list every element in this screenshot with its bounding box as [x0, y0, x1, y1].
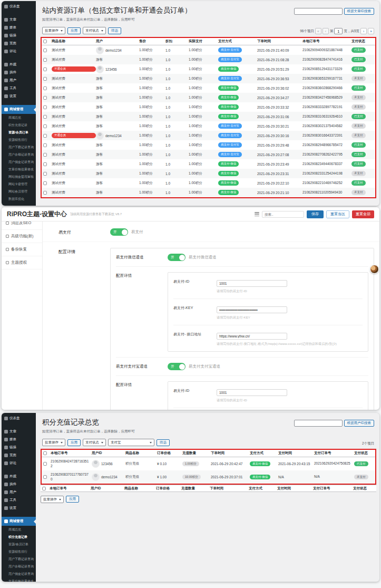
field-input[interactable]: [217, 389, 287, 396]
row-checkbox[interactable]: [43, 143, 47, 147]
menu-icon[interactable]: [255, 212, 259, 216]
settings-search-input[interactable]: [262, 211, 304, 218]
field-input[interactable]: [217, 333, 287, 340]
sidebar-subitem[interactable]: 资源/会员订单: [2, 129, 36, 136]
row-checkbox[interactable]: [43, 191, 47, 195]
table-row[interactable]: 测试付费游客1.00积分1.01.00积分易支付-微信2021-06-29 20…: [42, 188, 375, 197]
row-checkbox[interactable]: [43, 40, 47, 43]
sidebar-item[interactable]: 链接: [2, 444, 36, 451]
row-checkbox[interactable]: [43, 153, 47, 157]
sidebar-item[interactable]: 仪表盘: [2, 3, 36, 11]
current-page-input[interactable]: [334, 28, 343, 34]
reset-all-button[interactable]: 重置全部: [352, 210, 374, 218]
table-row[interactable]: 测试付费游客1.00积分1.01.00积分易支付-支付宝2021-06-29 2…: [42, 55, 375, 64]
row-checkbox[interactable]: [43, 134, 47, 138]
table-row[interactable]: 210629083701177607370demo1234积分充值¥ 1.001…: [42, 470, 375, 484]
sidebar-subitem[interactable]: 网站会员管理: [2, 188, 36, 195]
sidebar-item[interactable]: 评论: [2, 47, 36, 55]
sidebar-subitem[interactable]: 商城总览: [2, 526, 36, 533]
sidebar-subitem[interactable]: 数据库优化: [2, 195, 36, 203]
row-checkbox[interactable]: [43, 68, 47, 71]
pay-status-select[interactable]: 支付状态: [83, 439, 106, 446]
bulk-action-select[interactable]: 批量操作: [42, 27, 65, 34]
table-row[interactable]: 测试付费游客1.00积分1.01.00积分易支付-支付宝2021-06-29 2…: [42, 74, 375, 83]
table-row[interactable]: 测试付费游客1.00积分1.01.00积分易支付-微信2021-06-29 20…: [42, 112, 375, 121]
sidebar-item[interactable]: 插件: [2, 480, 36, 488]
settings-nav-item[interactable]: 高级功能(新): [2, 230, 42, 243]
sidebar-item[interactable]: 外观: [2, 61, 36, 69]
sidebar-item[interactable]: 文章: [2, 16, 36, 24]
sidebar-subitem[interactable]: 用户余额记录查询: [2, 563, 36, 570]
last-page-button[interactable]: »: [368, 28, 374, 34]
row-checkbox[interactable]: [43, 162, 47, 166]
table-row[interactable]: 测试付费游客1.00积分1.01.00积分易支付-微信2021-06-29 20…: [42, 83, 375, 93]
save-button[interactable]: 保存: [307, 210, 324, 218]
wechat-channel-toggle[interactable]: 开: [168, 254, 185, 261]
table-row[interactable]: 测试付费游客1.00积分1.01.00积分易支付-微信2021-06-29 20…: [42, 102, 375, 112]
sidebar-subitem[interactable]: 积分充值记录: [2, 533, 36, 541]
row-checkbox[interactable]: [43, 124, 47, 128]
sidebar-item[interactable]: 用户: [2, 76, 36, 84]
table-row[interactable]: 开通会员demo12341.00积分1.01.00积分易支付-支付宝2021-0…: [42, 131, 375, 140]
filter-button[interactable]: 筛选: [157, 439, 170, 446]
sidebar-item[interactable]: 用户: [2, 488, 36, 496]
sidebar-subitem[interactable]: 文章价格批量修改: [2, 166, 36, 173]
table-row[interactable]: 测试付费游客1.00积分1.01.00积分易支付-微信2021-06-29 20…: [42, 159, 375, 169]
row-checkbox[interactable]: [43, 181, 47, 185]
table-row[interactable]: 测试付费游客1.00积分1.01.00积分易支付-支付宝2021-06-29 2…: [42, 140, 375, 150]
sidebar-subitem[interactable]: 资源销售排行: [2, 548, 36, 555]
table-row[interactable]: 开通会员1234561.00积分1.01.00积分易支付-微信2021-06-2…: [42, 64, 375, 74]
sidebar-subitem[interactable]: 文章价格批量修改: [2, 577, 36, 582]
row-checkbox[interactable]: [43, 172, 47, 176]
user-search-input[interactable]: [294, 420, 343, 427]
sidebar-subitem[interactable]: 用户佣金记录查询: [2, 570, 36, 577]
table-row[interactable]: 测试付费游客1.00积分1.01.00积分易支付-微信2021-06-29 20…: [42, 169, 375, 178]
sidebar-subitem[interactable]: 用户佣金记录查询: [2, 158, 36, 166]
row-checkbox[interactable]: [43, 105, 47, 109]
row-checkbox[interactable]: [43, 49, 47, 52]
table-row[interactable]: 测试付费游客1.00积分1.01.00积分易支付-支付宝2021-06-29 2…: [42, 150, 375, 159]
settings-nav-item[interactable]: 消息及SEO: [2, 221, 42, 230]
sidebar-item[interactable]: 插件: [2, 69, 36, 76]
table-row[interactable]: 测试付费demo12341.00积分1.01.00积分易支付-支付宝2021-0…: [42, 45, 375, 55]
alipay-channel-toggle[interactable]: 开: [168, 363, 185, 370]
sidebar-item[interactable]: 页面: [2, 451, 36, 459]
sidebar-item[interactable]: 工具: [2, 496, 36, 504]
sidebar-item[interactable]: 媒体: [2, 436, 36, 444]
sidebar-item[interactable]: 设置: [2, 92, 36, 100]
gateway-select[interactable]: 支付宝: [108, 439, 154, 446]
row-checkbox[interactable]: [43, 86, 47, 90]
sidebar-item[interactable]: 页面: [2, 40, 36, 47]
sidebar-subitem[interactable]: 积分充值记录: [2, 121, 36, 129]
sidebar-subitem[interactable]: 用户下载记录查询: [2, 555, 36, 563]
epay-toggle[interactable]: 开: [110, 228, 128, 236]
settings-nav-item[interactable]: 备份恢复: [2, 243, 42, 256]
sidebar-item[interactable]: 媒体: [2, 24, 36, 32]
sidebar-item[interactable]: 文章: [2, 428, 36, 436]
sidebar-item-shop-manage[interactable]: 商城管理: [2, 105, 36, 114]
sidebar-item-shop-manage[interactable]: 商城管理: [2, 517, 36, 526]
sidebar-item[interactable]: 设置: [2, 504, 36, 512]
prev-page-button[interactable]: ‹: [323, 28, 329, 34]
sidebar-item[interactable]: 评论: [2, 459, 36, 467]
reset-section-button[interactable]: 重置当区: [326, 210, 349, 218]
sidebar-item[interactable]: 工具: [2, 84, 36, 92]
table-row[interactable]: 210629084247287163512123456积分充值¥ 0.101.0…: [42, 457, 375, 470]
search-by-article-button[interactable]: 根据文章ID搜索: [344, 8, 375, 15]
bulk-action-select[interactable]: 批量操作: [41, 496, 64, 503]
article-search-input[interactable]: [294, 8, 343, 15]
pay-status-select[interactable]: 支付状态: [83, 27, 106, 34]
field-input[interactable]: [217, 306, 287, 313]
first-page-button[interactable]: «: [315, 28, 321, 34]
table-row[interactable]: 测试付费游客1.00积分1.01.00积分易支付-支付宝2021-06-29 2…: [42, 121, 375, 131]
table-row[interactable]: 测试付费游客1.00积分1.01.00积分易支付-微信2021-06-29 20…: [42, 93, 375, 102]
sidebar-subitem[interactable]: 网站佣金提现审核: [2, 173, 36, 180]
sidebar-item[interactable]: 链接: [2, 32, 36, 40]
row-checkbox[interactable]: [43, 475, 47, 479]
row-checkbox[interactable]: [43, 451, 47, 455]
row-checkbox[interactable]: [43, 58, 47, 62]
row-checkbox[interactable]: [42, 487, 46, 490]
filter-button[interactable]: 筛选: [108, 27, 121, 34]
sidebar-subitem[interactable]: 用户余额记录查询: [2, 151, 36, 158]
row-checkbox[interactable]: [43, 96, 47, 100]
